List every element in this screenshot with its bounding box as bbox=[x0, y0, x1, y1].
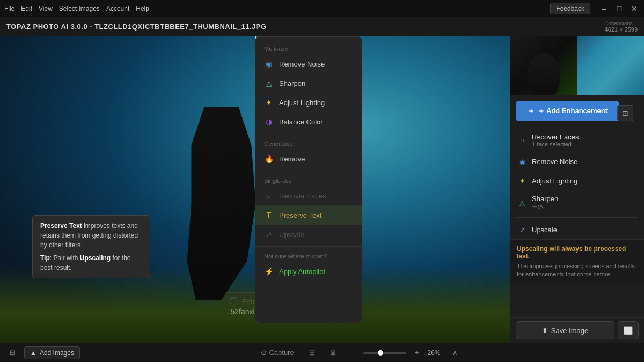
sharpen-name: Sharpen bbox=[532, 195, 638, 203]
canvas-area[interactable]: Multi-use ◉ Remove Noise △ Sharpen ✦ Adj… bbox=[0, 36, 510, 343]
expand-button[interactable]: ∧ bbox=[448, 346, 462, 359]
toolbar-left: ⊟ ▲ Add Images bbox=[5, 346, 80, 359]
add-enhancement-button[interactable]: ＋ ＋ Add Enhancement bbox=[516, 101, 619, 121]
zoom-minus-button[interactable]: – bbox=[347, 346, 359, 359]
toolbar-center: ⊙ Capture ⊟ ⊠ – + 26% ∧ bbox=[85, 346, 633, 359]
dropdown-item-adjust-lighting[interactable]: ✦ Adjust Lighting bbox=[255, 93, 362, 112]
noise-icon: ◉ bbox=[264, 59, 274, 69]
feedback-button[interactable]: Feedback bbox=[550, 3, 590, 14]
menu-file[interactable]: File bbox=[4, 5, 14, 12]
export-icon: ⬜ bbox=[624, 326, 633, 335]
capture-button[interactable]: ⊙ Capture bbox=[257, 346, 298, 359]
stack-button[interactable]: ⊟ bbox=[5, 346, 20, 359]
menu-help[interactable]: Help bbox=[136, 5, 149, 12]
section-singleuse: Single-use bbox=[255, 173, 362, 186]
layout-icon: ⊟ bbox=[309, 349, 315, 357]
recover-faces-list-icon: ○ bbox=[517, 135, 528, 146]
zoom-plus-button[interactable]: + bbox=[411, 346, 423, 359]
capture-label: Capture bbox=[269, 349, 294, 357]
upscale-name: Upscale bbox=[532, 226, 638, 234]
preserve-text-icon: T bbox=[264, 210, 274, 220]
enhancement-upscale[interactable]: ↗ Upscale bbox=[510, 220, 644, 239]
balance-color-label: Balance Color bbox=[279, 118, 323, 126]
sharpen-info: Sharpen 主体 bbox=[532, 195, 638, 211]
recover-faces-info: Recover Faces 1 face selected bbox=[532, 133, 638, 147]
enhance-header: ＋ ＋ Add Enhancement ⊡ bbox=[516, 95, 639, 124]
dropdown-item-sharpen[interactable]: △ Sharpen bbox=[255, 73, 362, 93]
enhancement-recover-faces[interactable]: ○ Recover Faces 1 face selected bbox=[510, 129, 644, 152]
layout-button[interactable]: ⊟ bbox=[305, 346, 319, 359]
balance-icon: ◑ bbox=[264, 117, 274, 127]
recover-faces-sub: 1 face selected bbox=[532, 141, 638, 147]
tip-link: Upscaling bbox=[80, 254, 111, 262]
dropdown-item-remove[interactable]: 🔥 Remove bbox=[255, 149, 362, 168]
lighting-icon: ✦ bbox=[264, 98, 274, 107]
stack-icon: ⊟ bbox=[10, 349, 16, 357]
dropdown-item-balance-color[interactable]: ◑ Balance Color bbox=[255, 112, 362, 131]
remove-icon: 🔥 bbox=[264, 154, 274, 164]
sharpen-icon: △ bbox=[264, 78, 274, 88]
adjust-lighting-info: Adjust Lighting bbox=[532, 177, 638, 185]
save-image-button[interactable]: ⬆ Save Image bbox=[516, 321, 614, 339]
menu-edit[interactable]: Edit bbox=[21, 5, 32, 12]
divider-3 bbox=[255, 246, 362, 247]
thumbnail-after bbox=[577, 36, 645, 95]
dropdown-item-remove-noise[interactable]: ◉ Remove Noise bbox=[255, 54, 362, 73]
menu-account[interactable]: Account bbox=[106, 5, 129, 12]
autopilot-icon: ⚡ bbox=[264, 267, 274, 276]
upscale-label: Upscale bbox=[279, 231, 304, 239]
split-icon: ⊠ bbox=[330, 349, 336, 357]
dropdown-item-preserve-text[interactable]: T Preserve Text bbox=[255, 205, 362, 225]
menu-view[interactable]: View bbox=[39, 5, 53, 12]
preserve-text-label: Preserve Text bbox=[279, 211, 321, 219]
enhancement-remove-noise[interactable]: ◉ Remove Noise bbox=[510, 152, 644, 171]
minimize-icon[interactable]: – bbox=[599, 3, 610, 14]
close-icon[interactable]: ✕ bbox=[629, 3, 640, 14]
crop-button[interactable]: ⊡ bbox=[617, 105, 633, 121]
remove-noise-list-icon: ◉ bbox=[517, 156, 528, 167]
upscale-info: Upscale bbox=[532, 226, 638, 234]
apply-autopilot-label: Apply Autopilot bbox=[279, 268, 325, 276]
right-panel: ＋ ＋ Add Enhancement ⊡ ○ Recover Faces 1 … bbox=[510, 36, 644, 343]
main-layout: Multi-use ◉ Remove Noise △ Sharpen ✦ Adj… bbox=[0, 36, 644, 343]
tooltip-body: Preserve Text improves texts and retains… bbox=[40, 221, 142, 250]
zoom-percentage: 26% bbox=[428, 349, 444, 357]
add-images-label: Add Images bbox=[40, 349, 74, 357]
enhancement-adjust-lighting[interactable]: ✦ Adjust Lighting bbox=[510, 171, 644, 190]
sharpen-list-icon: △ bbox=[517, 197, 528, 208]
maximize-icon[interactable]: □ bbox=[614, 3, 625, 14]
capture-icon: ⊙ bbox=[261, 349, 267, 357]
tip-label: Tip bbox=[40, 254, 50, 262]
bottom-toolbar: ⊟ ▲ Add Images ⊙ Capture ⊟ ⊠ – + 26% ∧ bbox=[0, 343, 644, 362]
add-images-icon: ▲ bbox=[30, 349, 36, 357]
save-label: Save Image bbox=[551, 327, 588, 335]
menu-select-images[interactable]: Select Images bbox=[59, 5, 100, 12]
recover-faces-label: Recover Faces bbox=[279, 192, 326, 200]
export-options-button[interactable]: ⬜ bbox=[618, 321, 639, 339]
plus-icon: ＋ bbox=[528, 106, 535, 116]
zoom-control: – + 26% ∧ bbox=[347, 346, 462, 359]
dropdown-item-upscale: ↗ Upscale bbox=[255, 225, 362, 244]
thumbnail-area bbox=[510, 36, 644, 95]
add-images-button[interactable]: ▲ Add Images bbox=[24, 346, 80, 359]
app-title: TOPAZ PHOTO AI 3.0.0 - TLZCLLD1QXICTBTBB… bbox=[6, 23, 267, 31]
enhancement-divider bbox=[517, 217, 638, 218]
upscale-icon: ↗ bbox=[264, 230, 274, 239]
crop-icon: ⊡ bbox=[622, 109, 628, 117]
divider-1 bbox=[255, 134, 362, 134]
photo-container: Multi-use ◉ Remove Noise △ Sharpen ✦ Adj… bbox=[0, 36, 510, 343]
zoom-slider[interactable] bbox=[363, 352, 406, 354]
save-area: ⬆ Save Image ⬜ bbox=[510, 317, 644, 343]
remove-label: Remove bbox=[279, 155, 305, 163]
sharpen-label: Sharpen bbox=[279, 79, 305, 87]
save-up-icon: ⬆ bbox=[542, 327, 548, 335]
dimensions-display: Dimensions 4621 × 2599 bbox=[605, 20, 638, 33]
dropdown-menu[interactable]: Multi-use ◉ Remove Noise △ Sharpen ✦ Adj… bbox=[255, 36, 362, 323]
split-button[interactable]: ⊠ bbox=[326, 346, 340, 359]
tip-text: : Pair with bbox=[50, 254, 80, 262]
enhancement-sharpen[interactable]: △ Sharpen 主体 bbox=[510, 190, 644, 215]
tooltip-preserve-text: Preserve Text improves texts and retains… bbox=[32, 215, 150, 278]
upscale-warning: Upscaling will always be processed last.… bbox=[510, 239, 644, 284]
enhancements-list: ○ Recover Faces 1 face selected ◉ Remove… bbox=[510, 127, 644, 317]
dropdown-item-autopilot[interactable]: ⚡ Apply Autopilot bbox=[255, 262, 362, 281]
